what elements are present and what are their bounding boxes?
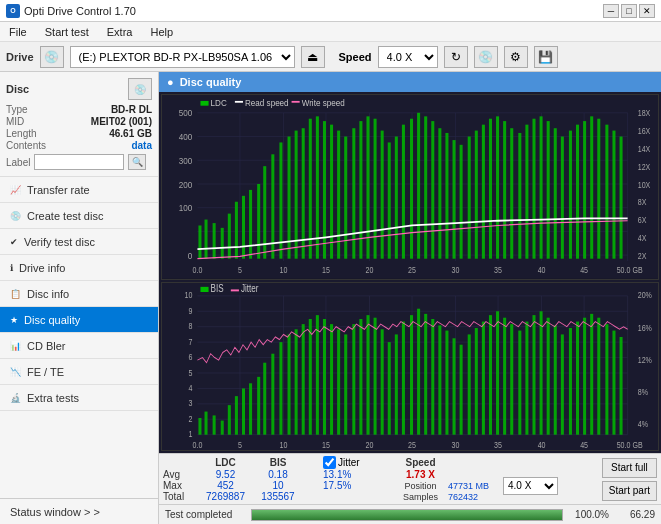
sidebar-item-extra-tests[interactable]: 🔬 Extra tests	[0, 385, 158, 411]
sidebar-item-create-test-disc[interactable]: 💿 Create test disc	[0, 203, 158, 229]
speed-select-drive[interactable]: 4.0 X	[378, 46, 438, 68]
maximize-button[interactable]: □	[621, 4, 637, 18]
svg-text:40: 40	[538, 265, 546, 275]
svg-text:10: 10	[280, 265, 288, 275]
svg-rect-69	[381, 131, 384, 259]
sidebar-item-transfer-rate[interactable]: 📈 Transfer rate	[0, 177, 158, 203]
sidebar-item-verify-test-disc[interactable]: ✔ Verify test disc	[0, 229, 158, 255]
max-bis: 10	[253, 480, 303, 491]
svg-text:6X: 6X	[638, 216, 647, 226]
close-button[interactable]: ✕	[639, 4, 655, 18]
label-btn[interactable]: 🔍	[128, 154, 146, 170]
svg-text:25: 25	[408, 440, 416, 450]
length-val: 46.61 GB	[109, 128, 152, 139]
svg-text:8: 8	[188, 321, 192, 331]
svg-text:4X: 4X	[638, 233, 647, 243]
refresh-button[interactable]: ↻	[444, 46, 468, 68]
svg-rect-48	[228, 214, 231, 259]
disc-button[interactable]: 💿	[474, 46, 498, 68]
jitter-label: Jitter	[338, 457, 360, 468]
svg-text:LDC: LDC	[211, 97, 228, 108]
sidebar-item-fe-te[interactable]: 📉 FE / TE	[0, 359, 158, 385]
speed-select-stats[interactable]: 4.0 X	[503, 477, 558, 495]
svg-text:20%: 20%	[638, 291, 652, 301]
settings-button[interactable]: ⚙	[504, 46, 528, 68]
svg-rect-79	[453, 140, 456, 259]
save-button[interactable]: 💾	[534, 46, 558, 68]
svg-rect-89	[525, 125, 528, 259]
svg-text:500: 500	[179, 108, 193, 119]
svg-rect-68	[374, 119, 377, 259]
create-test-disc-icon: 💿	[10, 211, 21, 221]
disc-section: Disc 💿 Type BD-R DL MID MEIT02 (001) Len…	[0, 72, 158, 177]
sidebar-item-disc-quality[interactable]: ★ Disc quality	[0, 307, 158, 333]
svg-text:15: 15	[322, 440, 330, 450]
svg-text:3: 3	[188, 399, 192, 409]
svg-text:2: 2	[188, 414, 192, 424]
svg-text:BIS: BIS	[211, 283, 224, 294]
titlebar-controls[interactable]: ─ □ ✕	[603, 4, 655, 18]
sidebar-item-drive-info[interactable]: ℹ Drive info	[0, 255, 158, 281]
minimize-button[interactable]: ─	[603, 4, 619, 18]
svg-rect-55	[279, 142, 282, 258]
svg-rect-215	[200, 287, 208, 292]
menu-start-test[interactable]: Start test	[40, 24, 94, 40]
content-area: ● Disc quality	[159, 72, 661, 524]
fe-te-icon: 📉	[10, 367, 21, 377]
svg-rect-175	[337, 329, 340, 434]
svg-rect-168	[288, 334, 291, 434]
svg-rect-177	[352, 324, 355, 435]
svg-rect-62	[330, 125, 333, 259]
svg-rect-217	[231, 289, 239, 291]
svg-rect-214	[620, 337, 623, 435]
length-key: Length	[6, 128, 37, 139]
menu-help[interactable]: Help	[145, 24, 178, 40]
svg-rect-156	[198, 418, 201, 435]
svg-rect-189	[438, 325, 441, 434]
svg-rect-85	[496, 116, 499, 258]
start-full-button[interactable]: Start full	[602, 458, 657, 478]
svg-rect-44	[198, 225, 201, 258]
svg-rect-45	[205, 220, 208, 259]
sidebar-item-cd-bler[interactable]: 📊 CD Bler	[0, 333, 158, 359]
start-part-button[interactable]: Start part	[602, 481, 657, 501]
disc-action-btn[interactable]: 💿	[128, 78, 152, 100]
svg-rect-49	[235, 202, 238, 259]
disc-type-row: Type BD-R DL	[6, 104, 152, 115]
svg-text:8%: 8%	[638, 387, 648, 397]
menu-file[interactable]: File	[4, 24, 32, 40]
svg-rect-174	[330, 324, 333, 435]
svg-text:Jitter: Jitter	[241, 283, 259, 294]
svg-rect-198	[503, 318, 506, 435]
svg-text:300: 300	[179, 155, 193, 166]
svg-rect-107	[292, 101, 300, 103]
verify-test-disc-label: Verify test disc	[24, 236, 95, 248]
status-window-button[interactable]: Status window > >	[0, 498, 158, 524]
avg-ldc: 9.52	[198, 469, 253, 480]
svg-text:Write speed: Write speed	[302, 97, 345, 108]
svg-text:30: 30	[452, 265, 460, 275]
svg-rect-171	[309, 319, 312, 435]
svg-text:1: 1	[188, 429, 192, 439]
svg-rect-186	[417, 309, 420, 435]
total-bis: 135567	[253, 491, 303, 502]
drive-icon: 💿	[40, 46, 64, 68]
svg-rect-97	[583, 121, 586, 259]
svg-rect-172	[316, 315, 319, 435]
label-input[interactable]	[34, 154, 124, 170]
svg-text:2X: 2X	[638, 251, 647, 261]
jitter-checkbox[interactable]	[323, 456, 336, 469]
disc-mid-row: MID MEIT02 (001)	[6, 116, 152, 127]
speed-label: Speed	[339, 51, 372, 63]
eject-button[interactable]: ⏏	[301, 46, 325, 68]
drivebar: Drive 💿 (E:) PLEXTOR BD-R PX-LB950SA 1.0…	[0, 42, 661, 72]
svg-rect-195	[482, 321, 485, 434]
drive-select[interactable]: (E:) PLEXTOR BD-R PX-LB950SA 1.06	[70, 46, 295, 68]
drive-info-label: Drive info	[19, 262, 65, 274]
svg-rect-196	[489, 315, 492, 435]
total-label: Total	[163, 491, 198, 502]
sidebar-item-disc-info[interactable]: 📋 Disc info	[0, 281, 158, 307]
chart1-container: 500 400 300 200 100 0 18X 16X 14X 12X 10…	[161, 94, 659, 280]
svg-rect-193	[468, 334, 471, 434]
menu-extra[interactable]: Extra	[102, 24, 138, 40]
